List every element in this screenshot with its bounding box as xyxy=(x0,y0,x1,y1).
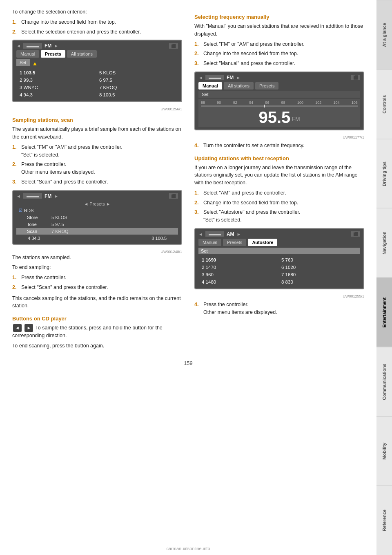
end-sampling-label: To end sampling: xyxy=(12,264,182,271)
menu-sub: 5 97.5 xyxy=(51,222,176,227)
step-number: 1. xyxy=(194,189,201,197)
signal-icon: ⬛ xyxy=(169,43,178,49)
screen-tabs: Manual Presets All stations xyxy=(16,50,178,58)
next-button[interactable]: ► xyxy=(24,324,33,332)
cd-buttons-text1: ◄ ► To sample the stations, press and ho… xyxy=(12,324,182,340)
step-number: 3. xyxy=(194,60,201,67)
screen-tab-manual[interactable]: Manual xyxy=(16,50,39,58)
sidebar-item-at-a-glance[interactable]: At a glance xyxy=(376,0,392,69)
sidebar-item-reference[interactable]: Reference xyxy=(376,486,392,555)
freq-tick: 90 xyxy=(217,101,221,105)
sampled-text: The stations are sampled. xyxy=(12,254,182,262)
station-cell: 8 100.5 xyxy=(151,236,167,241)
screen-tab-presets[interactable]: Presets xyxy=(255,82,278,90)
list-item: 3. Select "Autostore" and press the cont… xyxy=(194,208,364,224)
screen-tabs: Manual Presets Autostore xyxy=(198,239,360,246)
menu-label: Scan xyxy=(27,229,51,234)
updating-steps: 1. Select "AM" and press the controller.… xyxy=(194,189,364,224)
sidebar-tab-label: Entertainment xyxy=(382,297,387,327)
screen-top-bar: ◄ ▬▬▬ FM ► ⬛ xyxy=(198,75,360,81)
station-cell: 4 94.3 xyxy=(18,92,97,98)
freq-tick: 88 xyxy=(201,101,205,105)
sidebar-item-entertainment[interactable]: Entertainment xyxy=(376,278,392,347)
step-text: Change into the second field from the to… xyxy=(203,50,364,58)
screen-tab-autostore[interactable]: Autostore xyxy=(248,239,277,246)
sidebar-item-controls[interactable]: Controls xyxy=(376,69,392,139)
prev-button[interactable]: ◄ xyxy=(13,324,22,332)
station-grid: 1 103.5 5 KLOS 2 99.3 6 97.5 3 WNYC 7 KR… xyxy=(16,69,178,99)
watermark: carmanualsonline.info xyxy=(166,546,210,551)
mode-label: FM xyxy=(45,43,51,49)
station-cell: 5 760 xyxy=(280,257,359,263)
menu-item-rds: ☑ RDS xyxy=(16,207,178,214)
list-item: 1. Change into the second field from the… xyxy=(12,18,182,26)
left-arrow-icon: ◄ xyxy=(198,232,203,237)
sidebar-item-navigation[interactable]: Navigation xyxy=(376,208,392,278)
step-number: 4. xyxy=(194,301,201,316)
step-number: 3. xyxy=(194,208,201,224)
step-text: Select "Scan" and press the controller. xyxy=(21,284,182,291)
mode-label: AM xyxy=(227,231,234,237)
mode-label: FM xyxy=(227,75,234,81)
right-arrow-icon: ► xyxy=(237,232,241,237)
menu-label: Tone xyxy=(27,222,51,227)
station-cell: 3 960 xyxy=(200,271,279,278)
station-cell: 6 97.5 xyxy=(98,77,176,83)
freq-tick: 104 xyxy=(334,101,340,105)
sampling-steps: 1. Select "FM" or "AM" and press the con… xyxy=(12,143,182,186)
tuner-icon: ▬▬▬ xyxy=(23,193,42,199)
station-cell: 1 1690 xyxy=(200,257,279,263)
step-number: 1. xyxy=(12,274,19,282)
fm-unit-label: FM xyxy=(292,116,300,122)
arrow-up-indicator: ▲ xyxy=(32,60,38,67)
list-item: 1. Select "AM" and press the controller. xyxy=(194,189,364,197)
freq-cursor xyxy=(264,105,265,107)
screen-tab-manual[interactable]: Manual xyxy=(198,82,222,90)
station-cell: 1 103.5 xyxy=(18,69,97,76)
screen-tab-allstations[interactable]: All stations xyxy=(67,50,97,58)
right-arrow-icon: ► xyxy=(54,194,58,199)
menu-item-last: 4 34.3 8 100.5 xyxy=(16,235,178,242)
step4b-list: 4. Press the controller.Other menu items… xyxy=(194,301,364,316)
screen-tab-presets[interactable]: Presets xyxy=(223,239,246,246)
intro-text: To change the selection criterion: xyxy=(12,8,182,16)
screen-top-bar: ◄ ▬▬▬ FM ► ⬛ xyxy=(16,193,178,199)
step-number: 3. xyxy=(12,178,19,186)
step-number: 2. xyxy=(194,199,201,207)
tuner-icon: ▬▬▬ xyxy=(23,43,42,49)
step-number: 1. xyxy=(12,143,19,159)
station-cell: 2 1470 xyxy=(200,264,279,271)
set-label: Set xyxy=(198,248,360,254)
list-item: 2. Select the selection criterion and pr… xyxy=(12,28,182,36)
sidebar-tab-label: Communications xyxy=(382,364,387,400)
sidebar-item-mobility[interactable]: Mobility xyxy=(376,416,392,486)
left-column: To change the selection criterion: 1. Ch… xyxy=(12,8,182,352)
freq-tick: 102 xyxy=(315,101,321,105)
menu-sub: 5 KLOS xyxy=(51,215,176,220)
station-cell: 2 99.3 xyxy=(18,77,97,83)
intro-steps: 1. Change into the second field from the… xyxy=(12,18,182,36)
step-text: Select the selection criterion and press… xyxy=(21,28,182,36)
updating-heading: Updating stations with best reception xyxy=(194,155,364,161)
sidebar-item-driving-tips[interactable]: Driving tips xyxy=(376,139,392,208)
cd-text1: To sample the stations, press and hold t… xyxy=(12,325,163,338)
signal-icon: ⬛ xyxy=(351,231,360,237)
step-number: 1. xyxy=(12,18,19,26)
list-item: 3. Select "Scan" and press the controlle… xyxy=(12,178,182,186)
step-text: Select "Scan" and press the controller. xyxy=(21,178,182,186)
fm-presets-screen: ◄ ▬▬▬ FM ► ⬛ Manual Presets All stations… xyxy=(12,40,182,102)
step-text: Select "FM" or "AM" and press the contro… xyxy=(21,143,182,159)
end-sampling-steps: 1. Press the controller. 2. Select "Scan… xyxy=(12,274,182,291)
menu-item-store: Store 5 KLOS xyxy=(16,214,178,221)
list-item: 2. Select "Scan" and press the controlle… xyxy=(12,284,182,291)
selecting-body: With "Manual" you can select stations th… xyxy=(194,22,364,38)
am-autostore-screen: ◄ ▬▬▬ AM ► ⬛ Manual Presets Autostore Se… xyxy=(194,228,364,289)
screen-tab-manual[interactable]: Manual xyxy=(198,239,221,246)
station-cell: 8 100.5 xyxy=(98,92,176,98)
screen-tab-allstations[interactable]: All stations xyxy=(224,82,254,90)
list-item: 2. Change into the second field from the… xyxy=(194,50,364,58)
sidebar-item-communications[interactable]: Communications xyxy=(376,347,392,416)
list-item: 1. Press the controller. xyxy=(12,274,182,282)
screen-tab-presets[interactable]: Presets xyxy=(41,50,65,58)
menu-item-scan[interactable]: Scan 7 KROQ xyxy=(16,228,178,235)
